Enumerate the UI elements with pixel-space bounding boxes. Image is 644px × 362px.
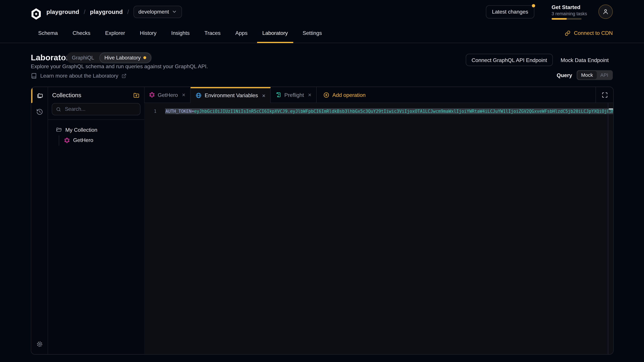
close-icon[interactable]: × bbox=[182, 92, 185, 98]
mock-data-endpoint-button[interactable]: Mock Data Endpoint bbox=[556, 54, 613, 66]
collections-search[interactable] bbox=[52, 103, 140, 115]
book-icon bbox=[31, 72, 37, 79]
rail-collections-button[interactable] bbox=[31, 87, 48, 103]
code-text: AUTH_TOKEN=eyJhbGciOiJIUzI1NiIsInR5cCI6I… bbox=[166, 108, 613, 114]
connect-to-cdn-label: Connect to CDN bbox=[574, 30, 613, 36]
target-selector[interactable]: development bbox=[134, 5, 182, 18]
fullscreen-icon bbox=[602, 92, 608, 98]
hive-logo-icon[interactable] bbox=[30, 8, 42, 20]
title-divider bbox=[63, 54, 63, 62]
toggle-option-graphiql[interactable]: GraphiQL bbox=[66, 55, 100, 60]
folder-open-icon bbox=[56, 127, 62, 133]
tab-label: Environment Variables bbox=[204, 92, 258, 98]
sidebar-rail bbox=[31, 87, 48, 354]
nav-item-traces[interactable]: Traces bbox=[199, 23, 226, 43]
breadcrumb: playground / playground / development bbox=[46, 0, 182, 23]
rail-settings-button[interactable] bbox=[31, 338, 48, 350]
folders-icon bbox=[36, 92, 43, 99]
person-icon bbox=[602, 8, 609, 15]
ui-mode-toggle: GraphiQL Hive Laboratory bbox=[66, 52, 152, 63]
breadcrumb-project[interactable]: playground bbox=[90, 8, 123, 15]
close-icon[interactable]: × bbox=[308, 92, 312, 98]
laboratory-header: Laboratory GraphiQL Hive Laboratory Expl… bbox=[0, 43, 644, 87]
collections-title: Collections bbox=[52, 92, 81, 98]
latest-changes-button[interactable]: Latest changes bbox=[486, 5, 534, 18]
tab-environment-variables[interactable]: Environment Variables × bbox=[191, 87, 271, 103]
editor-tab-bar: GetHero × Environment Variables × bbox=[144, 87, 613, 103]
endpoint-actions: Connect GraphQL API Endpoint Mock Data E… bbox=[466, 54, 613, 66]
tab-label: Preflight bbox=[284, 92, 304, 98]
page-description: Explore your GraphQL schema and run quer… bbox=[31, 63, 208, 69]
user-avatar[interactable] bbox=[598, 4, 613, 19]
rail-history-button[interactable] bbox=[31, 103, 48, 120]
tab-label: GetHero bbox=[158, 92, 178, 98]
connect-graphql-api-endpoint-button[interactable]: Connect GraphQL API Endpoint bbox=[466, 54, 553, 66]
accent-dot bbox=[144, 56, 146, 59]
editor-scrollbar-thumb[interactable] bbox=[608, 108, 613, 109]
breadcrumb-separator: / bbox=[127, 8, 129, 15]
toggle-option-hive-laboratory[interactable]: Hive Laboratory bbox=[100, 52, 151, 63]
operation-label: GetHero bbox=[73, 137, 93, 143]
nav-item-explorer[interactable]: Explorer bbox=[100, 23, 130, 43]
query-label: Query bbox=[556, 72, 572, 78]
query-mode-toggle: Mock API bbox=[576, 70, 613, 80]
query-mode-api[interactable]: API bbox=[597, 71, 612, 79]
get-started-progress bbox=[552, 18, 582, 19]
chevron-down-icon bbox=[172, 9, 177, 14]
circle-plus-icon bbox=[323, 92, 330, 98]
nav-item-apps[interactable]: Apps bbox=[230, 23, 253, 43]
nav-item-settings[interactable]: Settings bbox=[297, 23, 327, 43]
tab-gethero[interactable]: GetHero × bbox=[144, 87, 191, 103]
learn-more-label: Learn more about the Laboratory bbox=[40, 72, 118, 79]
line-number: 1 bbox=[144, 108, 156, 114]
nav-item-checks[interactable]: Checks bbox=[67, 23, 96, 43]
graphql-icon bbox=[64, 137, 70, 143]
env-var-value: eyJhbGciOiJIUzI1NiIsInR5cCI6IkpXVCJ9.eyJ… bbox=[194, 109, 613, 114]
gear-icon bbox=[36, 340, 43, 348]
history-icon bbox=[36, 108, 43, 115]
close-icon[interactable]: × bbox=[262, 92, 266, 98]
graphql-icon bbox=[149, 92, 155, 98]
collection-folder-label: My Collection bbox=[65, 127, 97, 133]
add-operation-label: Add operation bbox=[332, 92, 366, 98]
nav-item-schema[interactable]: Schema bbox=[33, 23, 63, 43]
tab-bar-spacer bbox=[372, 87, 596, 103]
laboratory-panel: Collections bbox=[31, 87, 614, 355]
toggle-option-label: Hive Laboratory bbox=[104, 55, 141, 60]
editor-line-1[interactable]: 1 AUTH_TOKEN=eyJhbGciOiJIUzI1NiIsInR5cCI… bbox=[144, 108, 613, 114]
script-scroll-icon bbox=[276, 92, 282, 98]
fullscreen-button[interactable] bbox=[596, 87, 613, 103]
new-collection-button[interactable] bbox=[133, 92, 140, 98]
tree-guide-line bbox=[59, 135, 59, 146]
latest-changes-label: Latest changes bbox=[492, 8, 528, 15]
collection-children: GetHero bbox=[48, 137, 144, 143]
breadcrumb-org[interactable]: playground bbox=[46, 8, 79, 15]
get-started-progress-fill bbox=[552, 18, 566, 19]
nav-item-history[interactable]: History bbox=[134, 23, 162, 43]
editor-workspace: GetHero × Environment Variables × bbox=[144, 87, 613, 354]
breadcrumb-separator: / bbox=[84, 8, 85, 15]
notification-dot bbox=[532, 4, 535, 7]
tab-preflight[interactable]: Preflight × bbox=[271, 87, 317, 103]
env-var-key: AUTH_TOKEN= bbox=[166, 109, 194, 114]
search-input[interactable] bbox=[64, 106, 136, 112]
environment-variables-editor[interactable]: 1 AUTH_TOKEN=eyJhbGciOiJIUzI1NiIsInR5cCI… bbox=[144, 103, 613, 354]
connect-to-cdn-link[interactable]: Connect to CDN bbox=[565, 23, 613, 43]
collection-folder-row[interactable]: My Collection bbox=[48, 127, 144, 133]
top-bar: playground / playground / development La… bbox=[0, 0, 644, 23]
query-mode-mock[interactable]: Mock bbox=[578, 71, 596, 79]
operation-row-gethero[interactable]: GetHero bbox=[48, 137, 144, 143]
project-nav: Schema Checks Explorer History Insights … bbox=[0, 23, 644, 43]
nav-item-laboratory[interactable]: Laboratory bbox=[257, 23, 293, 43]
add-operation-button[interactable]: Add operation bbox=[317, 87, 372, 103]
editor-scrollbar-track[interactable] bbox=[608, 103, 613, 354]
collections-tree: My Collection bbox=[48, 120, 144, 143]
project-nav-items: Schema Checks Explorer History Insights … bbox=[33, 23, 332, 43]
learn-more-link[interactable]: Learn more about the Laboratory bbox=[31, 72, 126, 79]
globe-icon bbox=[196, 92, 202, 98]
nav-item-insights[interactable]: Insights bbox=[166, 23, 195, 43]
hive-laboratory-page: playground / playground / development La… bbox=[0, 0, 644, 362]
get-started-title: Get Started bbox=[552, 4, 582, 10]
target-selector-value: development bbox=[138, 8, 169, 15]
get-started-widget[interactable]: Get Started 3 remaining tasks bbox=[552, 4, 582, 19]
